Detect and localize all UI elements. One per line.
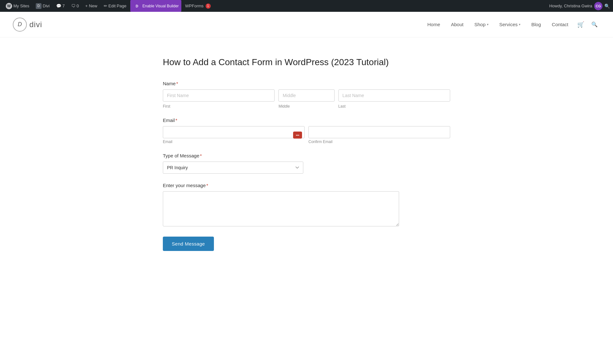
email-sublabel: Email bbox=[163, 140, 305, 144]
services-chevron-icon: ▾ bbox=[519, 23, 520, 26]
email-fields: ••• Email Confirm Email bbox=[163, 126, 450, 144]
shop-chevron-icon: ▾ bbox=[487, 23, 488, 26]
nav-contact[interactable]: Contact bbox=[547, 19, 573, 30]
nav-services[interactable]: Services ▾ bbox=[495, 19, 525, 30]
my-sites-label: My Sites bbox=[13, 4, 29, 8]
first-sublabel: First bbox=[163, 104, 275, 109]
message-required: * bbox=[206, 183, 208, 188]
cart-icon[interactable]: 🛒 bbox=[575, 19, 587, 31]
type-select-wrap: PR Inquiry General Inquiry Support Partn… bbox=[163, 162, 303, 174]
last-sublabel: Last bbox=[338, 104, 450, 109]
divi-admin-icon: D bbox=[36, 3, 42, 9]
wpforms-label: WPForms bbox=[185, 4, 204, 8]
admin-bar: W My Sites D Divi 💬 7 🗨 0 + New ✏ Edit P… bbox=[0, 0, 613, 12]
new-comments-count: 0 bbox=[77, 4, 79, 8]
name-fields: First Middle Last bbox=[163, 89, 450, 109]
edit-page-button[interactable]: ✏ Edit Page bbox=[101, 0, 129, 12]
plus-icon: + bbox=[85, 4, 88, 8]
email-icon-button[interactable]: ••• bbox=[293, 132, 302, 139]
email-required: * bbox=[176, 118, 178, 123]
confirm-email-input[interactable] bbox=[308, 126, 450, 138]
nav-about[interactable]: About bbox=[446, 19, 468, 30]
email-input-wrap: ••• Email bbox=[163, 126, 305, 144]
enable-vb-label: Enable Visual Builder bbox=[142, 4, 179, 8]
comment-icon: 🗨 bbox=[71, 4, 75, 8]
divi-label: Divi bbox=[43, 4, 50, 8]
nav-contact-label: Contact bbox=[552, 22, 568, 27]
type-group: Type of Message* PR Inquiry General Inqu… bbox=[163, 153, 450, 174]
confirm-email-wrap: Confirm Email bbox=[308, 126, 450, 144]
middle-name-wrap: Middle bbox=[278, 89, 334, 109]
wpforms-badge: 1 bbox=[206, 4, 211, 9]
admin-search-icon[interactable]: 🔍 bbox=[604, 4, 610, 9]
pencil-icon: ✏ bbox=[104, 4, 107, 8]
site-header: D divi Home About Shop ▾ Services ▾ Blog… bbox=[0, 12, 613, 37]
bubble-icon: 💬 bbox=[56, 4, 61, 8]
edit-page-label: Edit Page bbox=[109, 4, 126, 8]
last-name-input[interactable] bbox=[338, 89, 450, 102]
search-icon[interactable]: 🔍 bbox=[589, 19, 600, 30]
nav-services-label: Services bbox=[499, 22, 518, 27]
type-select[interactable]: PR Inquiry General Inquiry Support Partn… bbox=[163, 162, 303, 174]
message-textarea[interactable] bbox=[163, 191, 399, 226]
wpforms-item[interactable]: WPForms 1 bbox=[183, 0, 213, 12]
nav-home[interactable]: Home bbox=[423, 19, 444, 30]
message-group: Enter your message* bbox=[163, 183, 450, 228]
user-avatar[interactable]: CG bbox=[594, 2, 602, 10]
new-label: New bbox=[89, 4, 97, 8]
email-input[interactable] bbox=[163, 126, 305, 138]
admin-bar-right: Howdy, Christina Gwira CG 🔍 bbox=[549, 2, 610, 10]
type-label: Type of Message* bbox=[163, 153, 450, 158]
vb-avatar: D bbox=[133, 2, 141, 10]
last-name-wrap: Last bbox=[338, 89, 450, 109]
nav-blog[interactable]: Blog bbox=[527, 19, 545, 30]
comments-item[interactable]: 💬 7 bbox=[54, 0, 67, 12]
logo-circle: D bbox=[13, 18, 27, 32]
my-sites-item[interactable]: W My Sites bbox=[3, 0, 32, 12]
middle-sublabel: Middle bbox=[278, 104, 334, 109]
site-logo[interactable]: D divi bbox=[13, 18, 42, 32]
main-content: How to Add a Contact Form in WordPress (… bbox=[150, 37, 463, 277]
new-button[interactable]: + New bbox=[83, 0, 100, 12]
nav-blog-label: Blog bbox=[531, 22, 541, 27]
nav-shop[interactable]: Shop ▾ bbox=[470, 19, 493, 30]
enable-vb-button[interactable]: D Enable Visual Builder bbox=[130, 0, 181, 12]
nav-shop-label: Shop bbox=[474, 22, 486, 27]
type-required: * bbox=[200, 153, 202, 158]
first-name-input[interactable] bbox=[163, 89, 275, 102]
name-group: Name* First Middle Last bbox=[163, 81, 450, 109]
nav-about-label: About bbox=[451, 22, 463, 27]
nav-home-label: Home bbox=[427, 22, 440, 27]
message-label: Enter your message* bbox=[163, 183, 450, 188]
logo-text: divi bbox=[29, 20, 42, 29]
contact-form: Name* First Middle Last Email* bbox=[163, 81, 450, 251]
confirm-email-sublabel: Confirm Email bbox=[308, 140, 450, 144]
new-comments-item[interactable]: 🗨 0 bbox=[69, 0, 81, 12]
howdy-text: Howdy, Christina Gwira bbox=[549, 4, 592, 8]
logo-letter: D bbox=[18, 21, 22, 28]
name-label: Name* bbox=[163, 81, 450, 86]
name-required: * bbox=[176, 81, 178, 86]
page-title: How to Add a Contact Form in WordPress (… bbox=[163, 57, 450, 68]
comments-count: 7 bbox=[63, 4, 65, 8]
first-name-wrap: First bbox=[163, 89, 275, 109]
main-nav: Home About Shop ▾ Services ▾ Blog Contac… bbox=[423, 19, 600, 31]
email-group: Email* ••• Email Confirm Email bbox=[163, 118, 450, 144]
wordpress-icon: W bbox=[6, 3, 12, 9]
send-button[interactable]: Send Message bbox=[163, 237, 214, 251]
email-label: Email* bbox=[163, 118, 450, 123]
divi-item[interactable]: D Divi bbox=[33, 0, 52, 12]
middle-name-input[interactable] bbox=[278, 89, 334, 102]
